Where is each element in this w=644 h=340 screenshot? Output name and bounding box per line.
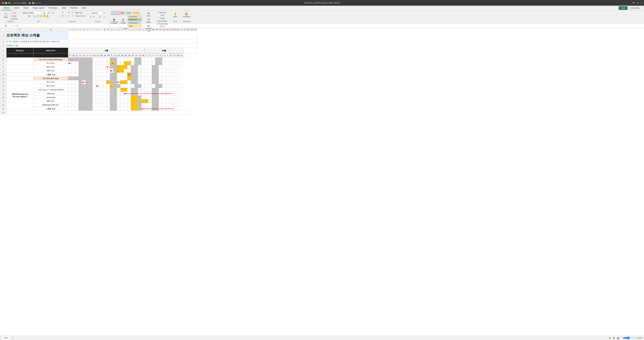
wrap-text-button[interactable]: Wrap Text — [74, 11, 84, 14]
col-header-h[interactable]: H — [86, 28, 89, 31]
duty-18[interactable]: Authoring Guide 문서 — [34, 103, 68, 107]
style-explanatory[interactable]: Explanatory T... — [128, 21, 142, 24]
fill-button[interactable]: ⬇ Fill — [159, 14, 165, 16]
note-cell[interactable]: ※ 하기 일정은 시안컨펌 및 피드백에 따라 달라 질 수 있습니다. — [6, 39, 197, 44]
autosum-button[interactable]: Σ Auto-sum — [157, 11, 167, 14]
close-button[interactable] — [2, 2, 4, 4]
style-check-cell[interactable]: Check Cell — [128, 18, 142, 21]
format-painter-button[interactable]: 🖌 Format — [10, 18, 18, 20]
col-header-g[interactable]: G — [82, 28, 86, 31]
zoom-out-icon[interactable]: − — [621, 337, 622, 339]
duty-17[interactable]: AMT 문서 — [34, 99, 68, 103]
save-icon[interactable]: 💾 — [32, 2, 34, 4]
col-header-ah[interactable]: AH — [176, 28, 180, 31]
indent-decrease-button[interactable]: ⇤ — [68, 14, 71, 17]
insert-cells-button[interactable]: ⊕ Insert — [146, 11, 152, 17]
col-header-x[interactable]: X — [141, 28, 145, 31]
currency-button[interactable]: $ — [90, 16, 92, 18]
cut-button[interactable]: ✂ Cut — [10, 12, 18, 14]
redo-icon[interactable]: ↪ — [37, 2, 38, 4]
tab-insert[interactable]: Insert — [12, 6, 21, 10]
delete-cells-button[interactable]: ⊖ Delete — [145, 18, 152, 23]
duty-19[interactable]: 산출물 전달 — [34, 107, 68, 111]
col-header-ae[interactable]: AE — [166, 28, 169, 31]
col-header-aa[interactable]: AA — [152, 28, 155, 31]
col-header-ad[interactable]: AD — [162, 28, 166, 31]
sheet-tab-schedule[interactable]: 일정 — [2, 336, 10, 340]
font-size-increase[interactable]: A↑ — [48, 11, 51, 14]
col-header-a[interactable]: A — [6, 28, 34, 31]
align-bottom-button[interactable]: ⬇ — [67, 11, 70, 14]
duty-8[interactable]: MO 디자인 — [34, 65, 68, 69]
sensitivity-button[interactable]: 🔒 Sensitivity — [182, 11, 191, 18]
col-header-m[interactable]: M — [103, 28, 106, 31]
spreadsheet-container[interactable]: A B C D E F G H I J K L M N — [0, 28, 644, 336]
tab-home[interactable]: Home — [2, 6, 12, 10]
col-header-l[interactable]: L — [100, 28, 103, 31]
find-select-button[interactable]: 🔍 Find & Select — [155, 23, 169, 25]
minimize-button[interactable] — [5, 2, 7, 4]
col-header-v[interactable]: V — [134, 28, 138, 31]
tab-review[interactable]: Review — [68, 6, 80, 10]
col-header-af[interactable]: AF — [169, 28, 173, 31]
zoom-slider[interactable] — [623, 337, 636, 339]
style-normal[interactable]: Normal — [111, 11, 119, 14]
formula-check-icon[interactable]: ✓ — [12, 25, 13, 27]
style-bad[interactable]: Bad — [120, 11, 125, 14]
clear-button[interactable]: ✕ Clear — [158, 17, 166, 19]
share-button[interactable]: Share — [619, 6, 628, 10]
font-name-input[interactable] — [22, 11, 41, 14]
tab-page-layout[interactable]: Page Layout — [30, 6, 46, 10]
autosave-status[interactable]: OFF — [22, 2, 26, 4]
zoom-in-icon[interactable]: + — [636, 337, 637, 339]
text-angle-button[interactable]: ⟲ — [70, 11, 74, 14]
date-cell[interactable]: 19.09.17 기준 — [6, 44, 68, 48]
fill-color-button[interactable]: A — [43, 15, 46, 17]
merge-centre-button[interactable]: Merge & Centre — [74, 15, 86, 17]
duty-15[interactable]: AEM Test — [34, 92, 68, 95]
decimal-decrease-button[interactable]: .0- — [102, 16, 106, 18]
style-neutral[interactable]: Neutral — [132, 11, 140, 14]
percent-button[interactable]: % — [92, 16, 96, 18]
col-header-p[interactable]: P — [114, 28, 117, 31]
col-header-co[interactable]: CO — [190, 28, 194, 31]
duty-16[interactable]: Local Guide — [34, 95, 68, 99]
border-button[interactable]: ⊞ — [40, 15, 43, 17]
col-header-c[interactable]: C — [68, 28, 72, 31]
comma-button[interactable]: , — [96, 16, 98, 18]
comments-button[interactable]: Comments — [628, 6, 641, 10]
col-header-b[interactable]: B — [34, 28, 68, 31]
col-header-d[interactable]: D — [72, 28, 75, 31]
col-header-u[interactable]: U — [131, 28, 134, 31]
col-header-e[interactable]: E — [75, 28, 79, 31]
col-header-q[interactable]: Q — [117, 28, 120, 31]
duty-9[interactable]: AMT 문서 — [34, 69, 68, 73]
underline-button[interactable]: U — [34, 15, 36, 17]
duty-7[interactable]: PC 디자인 — [34, 61, 68, 65]
font-size-input[interactable] — [41, 11, 47, 14]
style-input[interactable]: Input — [128, 24, 142, 27]
col-header-t[interactable]: T — [128, 28, 131, 31]
formula-cancel-icon[interactable]: ✕ — [14, 25, 16, 27]
duty-10[interactable]: 산출물 전달 — [34, 73, 68, 76]
format-cells-button[interactable]: ⊟ Format — [145, 24, 152, 30]
account-icon[interactable]: 👤 — [636, 2, 639, 4]
align-right-button[interactable]: ≡ — [65, 15, 68, 17]
duty-12[interactable]: PC 디자인 — [34, 80, 68, 84]
page-layout-icon[interactable]: ⊞ — [613, 337, 615, 339]
col-header-i[interactable]: I — [89, 28, 92, 31]
duty-6[interactable]: The Serif_Product Detail page — [34, 57, 68, 61]
tab-draw[interactable]: Draw — [21, 6, 30, 10]
sort-filter-button[interactable]: ⇅ Sort & Filter — [156, 20, 168, 22]
col-header-ai[interactable]: AI — [180, 28, 183, 31]
maximize-button[interactable] — [8, 2, 10, 4]
number-format-select[interactable]: General Number Currency — [90, 11, 106, 14]
strikethrough-button[interactable]: S — [37, 15, 40, 17]
font-color-button[interactable]: A — [46, 15, 49, 17]
style-good[interactable]: Good — [126, 11, 132, 14]
align-center-button[interactable]: ☰ — [62, 14, 64, 17]
add-sheet-button[interactable]: + — [11, 337, 15, 339]
undo-icon[interactable]: ↩ — [35, 2, 36, 4]
search-icon[interactable]: 🔍 — [632, 2, 635, 4]
duty-14[interactable]: 자료 수급 (소스, Copy deck, Alt text) — [34, 88, 68, 92]
